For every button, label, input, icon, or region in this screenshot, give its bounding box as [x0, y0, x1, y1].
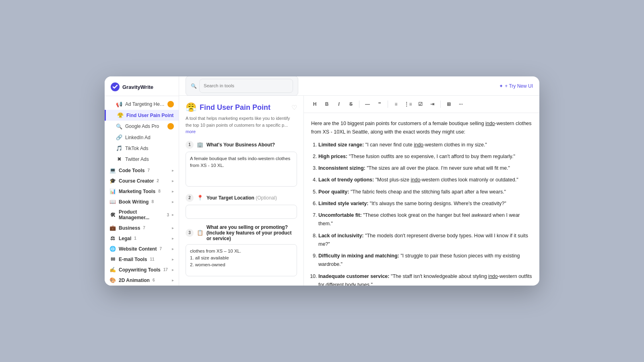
section-count: 3: [167, 213, 169, 217]
toolbar-separator-1: [359, 101, 359, 108]
section-label: Code Tools: [119, 168, 144, 173]
toolbar-indent[interactable]: ⇥: [427, 99, 438, 109]
badge-google-ads: [167, 123, 174, 130]
section-2d-animation[interactable]: 🎨 2D Animation 6 ▸: [105, 274, 179, 285]
sidebar-item-label: LinkedIn Ad: [125, 135, 174, 140]
try-new-ui-label: + Try New UI: [505, 83, 533, 89]
section-label: Copywriting Tools: [119, 267, 161, 273]
2d-icon: 🎨: [109, 277, 116, 283]
toolbar-table[interactable]: ⊞: [444, 99, 454, 109]
sidebar-item-ad-targeting[interactable]: 📢 Ad Targeting Hel...: [105, 99, 179, 110]
form-step-3: 3 📋 What are you selling or promoting? (…: [186, 224, 297, 278]
section-label: Product Managemer...: [119, 209, 164, 220]
more-link[interactable]: more: [186, 129, 196, 134]
section-label: Course Creator: [119, 178, 154, 184]
section-marketing-tools[interactable]: 📊 Marketing Tools 8 ▸: [105, 185, 179, 196]
section-legal[interactable]: ⚖ Legal 1 ▸: [105, 232, 179, 243]
form-step-2: 2 📍 Your Target Location (Optional) Seat…: [186, 194, 297, 219]
output-panel: H B I S — " ≡ ⋮≡ ☑ ⇥ ⊞ ···: [304, 96, 539, 286]
sparkle-icon: ✦: [499, 83, 503, 89]
step1-number: 1: [186, 141, 194, 149]
sidebar-item-linkedin-ad[interactable]: 🔗 LinkedIn Ad: [105, 132, 179, 143]
chevron-icon: ▸: [172, 278, 174, 282]
section-label: 2D Animation: [119, 278, 150, 283]
output-list-item: Difficulty in mixing and matching: "I st…: [318, 252, 532, 269]
sidebar-item-google-ads[interactable]: 🔍 Google Ads Pro: [105, 121, 179, 132]
chevron-icon: ▸: [172, 213, 174, 217]
toolbar-checklist[interactable]: ☑: [415, 99, 425, 109]
section-course-creator[interactable]: 🎓 Course Creator 2 ▸: [105, 175, 179, 185]
output-text: Here are the 10 biggest pain points for …: [311, 119, 532, 286]
section-email-tools[interactable]: ✉ E-mail Tools 11 ▸: [105, 253, 179, 264]
linkedin-icon: 🔗: [116, 134, 122, 140]
copywriting-icon: ✍: [109, 267, 116, 273]
section-label: Website Content: [119, 246, 157, 252]
logo-text: GravityWrite: [122, 84, 153, 90]
sidebar-item-label: Twitter Ads: [125, 156, 174, 162]
step2-label: Your Target Location (Optional): [206, 195, 277, 201]
form-panel: 😤 Find User Pain Point ♡ A tool that hel…: [179, 96, 304, 286]
section-book-writing[interactable]: 📖 Book Writing 8 ▸: [105, 196, 179, 206]
location-input[interactable]: Seattle: [186, 205, 297, 219]
chevron-icon: ▸: [172, 247, 174, 251]
section-3d-animation[interactable]: 🎬 3D Animation 3 ▸: [105, 285, 179, 286]
chevron-icon: ▸: [172, 179, 174, 183]
section-copywriting[interactable]: ✍ Copywriting Tools 17 ▸: [105, 264, 179, 274]
chevron-icon: ▸: [172, 226, 174, 230]
chevron-icon: ▸: [172, 200, 174, 204]
section-count: 7: [147, 168, 150, 173]
tiktok-icon: 🎵: [116, 145, 122, 151]
sidebar-item-find-user-pain[interactable]: 😤 Find User Pain Point: [105, 110, 179, 121]
section-count: 2: [157, 179, 159, 183]
search-icon: 🔍: [191, 83, 197, 89]
section-code-tools[interactable]: 💻 Code Tools 7 ▸: [105, 165, 179, 175]
section-label: Business: [119, 225, 140, 231]
toolbar-blockquote[interactable]: ": [374, 99, 385, 109]
section-website-content[interactable]: 🌐 Website Content 7 ▸: [105, 243, 179, 253]
section-label: E-mail Tools: [119, 257, 147, 262]
step3-header: 3 📋 What are you selling or promoting? (…: [186, 224, 297, 241]
find-pain-icon: 😤: [117, 112, 124, 118]
toolbar-strikethrough[interactable]: S: [346, 99, 356, 109]
ad-targeting-icon: 📢: [116, 101, 122, 107]
content-split: 😤 Find User Pain Point ♡ A tool that hel…: [179, 96, 539, 286]
toolbar-heading[interactable]: H: [310, 99, 320, 109]
step2-number: 2: [186, 194, 194, 202]
product-icon: 🛠: [109, 212, 116, 218]
sidebar-item-tiktok-ads[interactable]: 🎵 TikTok Ads: [105, 143, 179, 154]
main-area: 🔍 ✦ + Try New UI 😤 Find User Pain Point …: [179, 76, 539, 286]
section-product-manager[interactable]: 🛠 Product Managemer... 3 ▸: [105, 206, 179, 222]
try-new-ui-button[interactable]: ✦ + Try New UI: [499, 83, 533, 89]
section-count: 1: [134, 236, 136, 241]
editor-toolbar: H B I S — " ≡ ⋮≡ ☑ ⇥ ⊞ ···: [304, 96, 539, 113]
output-list-item: Lack of inclusivity: "The models don't r…: [318, 232, 532, 249]
heart-icon[interactable]: ♡: [291, 104, 297, 111]
toolbar-more[interactable]: ···: [456, 99, 466, 109]
tool-description: A tool that helps marketing experts like…: [186, 115, 297, 135]
section-count: 7: [143, 226, 145, 230]
toolbar-bold[interactable]: B: [322, 99, 332, 109]
toolbar-ordered-list[interactable]: ⋮≡: [403, 99, 413, 109]
section-count: 7: [159, 247, 162, 251]
toolbar-unordered-list[interactable]: ≡: [391, 99, 401, 109]
business-textarea[interactable]: [186, 152, 297, 187]
selling-textarea[interactable]: [186, 244, 297, 276]
toolbar-italic[interactable]: I: [334, 99, 344, 109]
app-logo: GravityWrite: [105, 76, 179, 96]
output-list-item: Limited size range: "I can never find cu…: [318, 141, 532, 149]
chevron-icon: ▸: [172, 189, 174, 193]
sidebar-item-label: TikTok Ads: [125, 146, 174, 151]
section-business[interactable]: 💼 Business 7 ▸: [105, 222, 179, 232]
sidebar-item-twitter-ads[interactable]: ✖ Twitter Ads: [105, 154, 179, 165]
sidebar: GravityWrite 📢 Ad Targeting Hel... 😤 Fin…: [105, 76, 179, 286]
toolbar-dash[interactable]: —: [362, 99, 373, 109]
website-icon: 🌐: [109, 246, 116, 252]
search-input[interactable]: [199, 79, 293, 93]
step3-icon: 📋: [197, 230, 203, 236]
form-step-1: 1 🏢 What's Your Business About?: [186, 141, 297, 188]
code-tools-icon: 💻: [109, 167, 116, 173]
search-box[interactable]: 🔍: [186, 76, 298, 96]
step2-header: 2 📍 Your Target Location (Optional): [186, 194, 297, 202]
output-content: Here are the 10 biggest pain points for …: [304, 113, 539, 286]
tool-title: Find User Pain Point: [200, 103, 270, 112]
